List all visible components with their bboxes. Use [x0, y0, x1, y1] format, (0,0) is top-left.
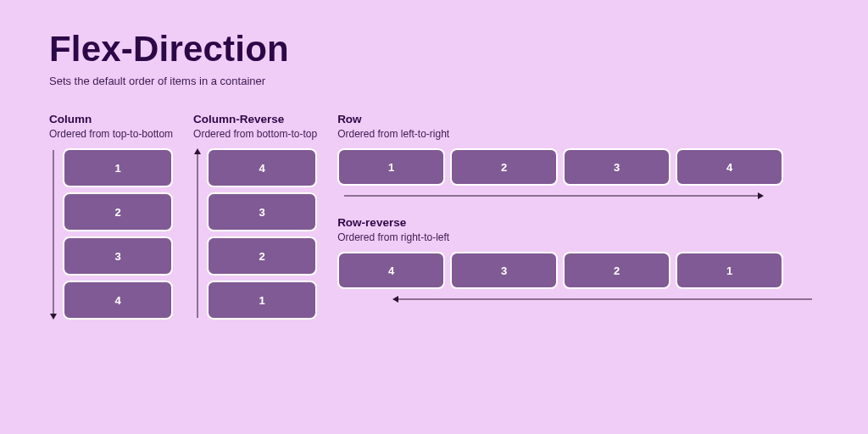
flex-item: 3 — [563, 148, 670, 186]
flex-item: 2 — [450, 148, 558, 186]
example-title: Column-Reverse — [193, 113, 317, 125]
arrow-up-icon — [193, 148, 202, 320]
arrow-left-icon — [337, 294, 819, 304]
example-body: 1 2 3 4 — [49, 148, 173, 320]
example-desc: Ordered from right-to-left — [337, 231, 819, 243]
page: Flex-Direction Sets the default order of… — [0, 0, 868, 320]
example-title: Column — [49, 113, 173, 125]
arrow-down-icon — [49, 148, 58, 320]
flex-item: 4 — [676, 148, 783, 186]
flex-item: 1 — [63, 148, 173, 187]
examples-row: Column Ordered from top-to-bottom 1 2 3 … — [49, 113, 819, 320]
page-subtitle: Sets the default order of items in a con… — [49, 75, 819, 87]
flex-item: 3 — [450, 252, 558, 289]
arrow-right-icon — [337, 191, 819, 201]
flex-item: 1 — [207, 281, 317, 320]
flex-item: 4 — [337, 252, 445, 289]
flex-item: 4 — [63, 281, 173, 320]
item-row: 1 2 3 4 — [337, 148, 819, 186]
example-body: 4 3 2 1 — [193, 148, 317, 320]
flex-item: 3 — [207, 192, 317, 231]
example-column-reverse: Column-Reverse Ordered from bottom-to-to… — [193, 113, 317, 320]
example-desc: Ordered from left-to-right — [337, 128, 819, 140]
item-stack: 4 3 2 1 — [207, 148, 317, 320]
examples-rows-column: Row Ordered from left-to-right 1 2 3 4 R… — [337, 113, 819, 320]
example-row-reverse: Row-reverse Ordered from right-to-left 4… — [337, 216, 819, 304]
example-title: Row-reverse — [337, 216, 819, 229]
flex-item: 2 — [207, 236, 317, 275]
flex-item: 2 — [563, 252, 670, 289]
flex-item: 2 — [63, 192, 173, 231]
flex-item: 4 — [207, 148, 317, 187]
flex-item: 1 — [337, 148, 445, 186]
example-row: Row Ordered from left-to-right 1 2 3 4 — [337, 113, 819, 201]
item-row: 4 3 2 1 — [337, 252, 819, 289]
flex-item: 3 — [63, 236, 173, 275]
example-desc: Ordered from top-to-bottom — [49, 128, 173, 140]
flex-item: 1 — [676, 252, 783, 289]
item-stack: 1 2 3 4 — [63, 148, 173, 320]
page-title: Flex-Direction — [49, 29, 819, 70]
example-column: Column Ordered from top-to-bottom 1 2 3 … — [49, 113, 173, 320]
example-desc: Ordered from bottom-to-top — [193, 128, 317, 140]
example-title: Row — [337, 113, 819, 125]
